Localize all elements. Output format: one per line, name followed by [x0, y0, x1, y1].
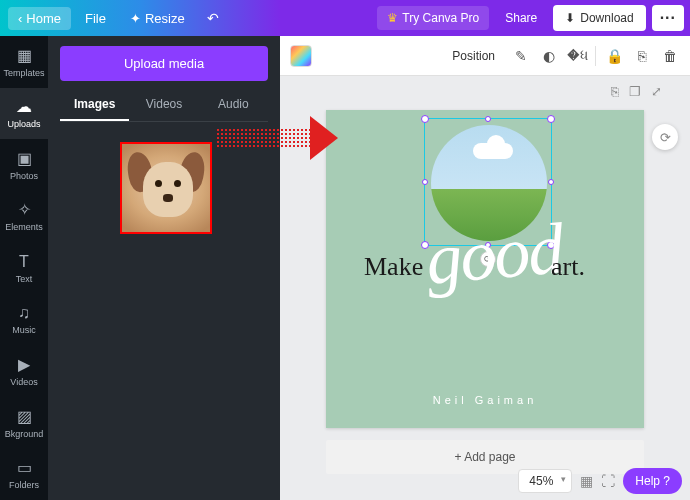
media-tabs: Images Videos Audio [60, 89, 268, 122]
text-author[interactable]: Neil Gaiman [326, 394, 644, 406]
rail-music[interactable]: ♫Music [0, 294, 48, 346]
page-copy-icon[interactable]: ❐ [629, 84, 641, 99]
upload-media-button[interactable]: Upload media [60, 46, 268, 81]
background-icon: ▨ [17, 407, 32, 426]
grid-view-icon[interactable]: ▦ [580, 473, 593, 489]
text-good-script[interactable]: good [423, 212, 565, 296]
topbar-left-group: ‹ Home File ✦ Resize ↶ [0, 0, 280, 36]
rail-label: Folders [9, 480, 39, 490]
fullscreen-icon[interactable]: ⛶ [601, 473, 615, 489]
rail-uploads[interactable]: ☁Uploads [0, 88, 48, 140]
main-area: ▦Templates ☁Uploads ▣Photos ✧Elements TT… [0, 36, 690, 500]
text-make[interactable]: Make [364, 252, 423, 282]
rail-label: Uploads [7, 119, 40, 129]
try-pro-label: Try Canva Pro [402, 11, 479, 25]
download-label: Download [580, 11, 633, 25]
resize-handle-t[interactable] [485, 116, 491, 122]
rail-label: Templates [3, 68, 44, 78]
rail-photos[interactable]: ▣Photos [0, 139, 48, 191]
rail-label: Music [12, 325, 36, 335]
resize-handle-tr[interactable] [547, 115, 555, 123]
position-button[interactable]: Position [444, 45, 503, 67]
canvas-area: Position ✎ ◐ �ધ 🔒 ⎘ 🗑 ⎘ ❐ ⤢ [280, 36, 690, 500]
side-rail: ▦Templates ☁Uploads ▣Photos ✧Elements TT… [0, 36, 48, 500]
resize-icon: ✦ [130, 11, 141, 26]
rail-elements[interactable]: ✧Elements [0, 191, 48, 243]
uploads-icon: ☁ [16, 97, 32, 116]
rail-label: Videos [10, 377, 37, 387]
artboard[interactable]: ⟳ Make good art. Neil Gaiman [326, 110, 644, 428]
page-tools-row: ⎘ ❐ ⤢ [280, 76, 690, 106]
folders-icon: ▭ [17, 458, 32, 477]
refresh-fab[interactable]: ⟳ [652, 124, 678, 150]
rail-templates[interactable]: ▦Templates [0, 36, 48, 88]
resize-handle-tl[interactable] [421, 115, 429, 123]
page-expand-icon[interactable]: ⤢ [651, 84, 662, 99]
footer-controls: 45% ▦ ⛶ Help ? [518, 468, 682, 494]
text-art[interactable]: art. [551, 252, 585, 282]
zoom-dropdown[interactable]: 45% [518, 469, 572, 493]
rail-videos[interactable]: ▶Videos [0, 345, 48, 397]
color-picker-swatch[interactable] [290, 45, 312, 67]
rail-bkground[interactable]: ▨Bkground [0, 397, 48, 449]
top-menu-bar: ‹ Home File ✦ Resize ↶ ♛ Try Canva Pro S… [0, 0, 690, 36]
download-icon: ⬇ [565, 11, 575, 25]
rail-label: Text [16, 274, 33, 284]
uploaded-image-thumbnail[interactable] [120, 142, 212, 234]
crown-icon: ♛ [387, 11, 398, 25]
tab-images[interactable]: Images [60, 89, 129, 121]
resize-button[interactable]: ✦ Resize [120, 7, 195, 30]
rail-text[interactable]: TText [0, 242, 48, 294]
videos-icon: ▶ [18, 355, 30, 374]
tab-audio[interactable]: Audio [199, 89, 268, 121]
transparency-icon[interactable]: ◐ [539, 46, 559, 66]
chevron-left-icon: ‹ [18, 11, 22, 26]
canvas-toolbar: Position ✎ ◐ �ધ 🔒 ⎘ 🗑 [280, 36, 690, 76]
try-pro-button[interactable]: ♛ Try Canva Pro [377, 6, 489, 30]
rail-folders[interactable]: ▭Folders [0, 449, 48, 501]
uploads-panel: Upload media Images Videos Audio ‹ [48, 36, 280, 500]
separator [595, 46, 596, 66]
trash-icon[interactable]: 🗑 [660, 46, 680, 66]
rail-label: Bkground [5, 429, 44, 439]
dog-photo [122, 144, 210, 232]
link-icon[interactable]: �ધ [567, 46, 587, 66]
home-button[interactable]: ‹ Home [8, 7, 71, 30]
text-icon: T [19, 253, 29, 271]
resize-handle-l[interactable] [422, 179, 428, 185]
rail-label: Elements [5, 222, 43, 232]
templates-icon: ▦ [17, 46, 32, 65]
tab-videos[interactable]: Videos [129, 89, 198, 121]
duplicate-icon[interactable]: ⎘ [632, 46, 652, 66]
resize-handle-r[interactable] [548, 179, 554, 185]
music-icon: ♫ [18, 304, 30, 322]
home-label: Home [26, 11, 61, 26]
undo-icon[interactable]: ↶ [199, 6, 227, 30]
topbar-right-group: ♛ Try Canva Pro Share ⬇ Download ··· [280, 0, 690, 36]
share-button[interactable]: Share [495, 6, 547, 30]
download-button[interactable]: ⬇ Download [553, 5, 645, 31]
rail-label: Photos [10, 171, 38, 181]
photos-icon: ▣ [17, 149, 32, 168]
canvas-viewport[interactable]: ⟳ Make good art. Neil Gaiman + Add page [280, 106, 690, 500]
file-menu-button[interactable]: File [75, 7, 116, 30]
elements-icon: ✧ [18, 200, 31, 219]
lock-icon[interactable]: 🔒 [604, 46, 624, 66]
resize-label: Resize [145, 11, 185, 26]
cloud-shape [473, 143, 513, 159]
more-menu-button[interactable]: ··· [652, 5, 684, 31]
help-button[interactable]: Help ? [623, 468, 682, 494]
effects-icon[interactable]: ✎ [511, 46, 531, 66]
page-duplicate-icon[interactable]: ⎘ [611, 84, 619, 99]
